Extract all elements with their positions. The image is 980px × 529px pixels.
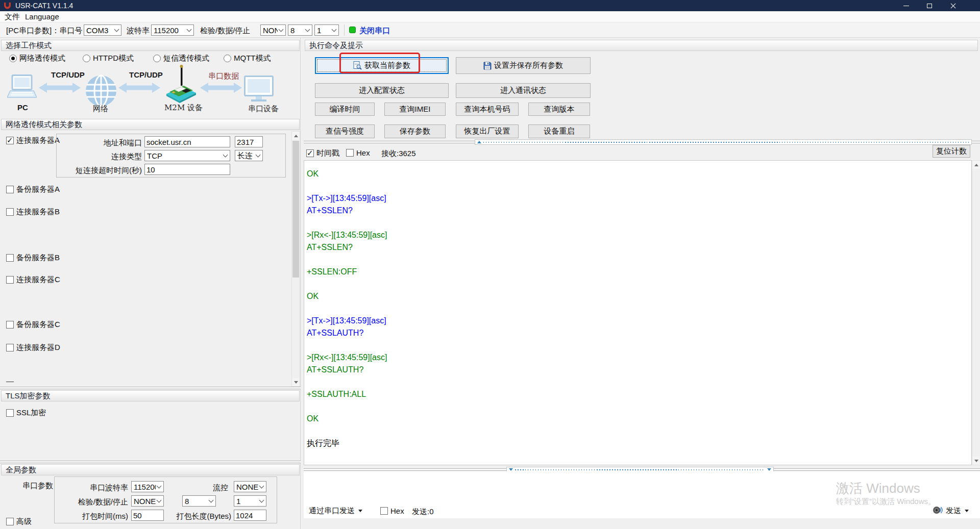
checkbox-backup-server-a[interactable]: 备份服务器A — [6, 185, 60, 194]
stopbits-select[interactable]: 1 — [314, 24, 339, 36]
command-button[interactable]: 设备重启 — [528, 124, 590, 138]
network-globe-icon — [85, 74, 117, 107]
checkbox-ssl[interactable]: SSL加密 — [6, 408, 46, 418]
g-parity-select[interactable]: NONE — [131, 495, 164, 507]
menu-language[interactable]: Language — [25, 12, 59, 21]
command-button[interactable]: 查询版本 — [528, 103, 590, 116]
server-port-input[interactable] — [235, 136, 263, 147]
checkbox-send-hex[interactable]: Hex — [380, 507, 404, 515]
left-splitter-1[interactable] — [0, 387, 301, 389]
command-button[interactable]: 查询IMEI — [384, 103, 446, 116]
pc-laptop-icon — [7, 74, 37, 103]
checkbox-advanced[interactable]: 高级 — [6, 517, 32, 526]
g-baud-select[interactable]: 115200 — [131, 481, 164, 492]
collapse-down-icon[interactable] — [509, 468, 513, 471]
command-button[interactable]: 恢复出厂设置 — [456, 124, 519, 138]
send-via-serial-dropdown[interactable]: 通过串口发送 — [309, 506, 362, 516]
checkbox-icon — [6, 321, 14, 329]
log-line — [307, 425, 969, 437]
floppy-save-icon — [483, 62, 492, 70]
enter-comm-button[interactable]: 进入通讯状态 — [456, 83, 591, 98]
send-button[interactable]: 发送 — [946, 506, 969, 516]
baud-select[interactable]: 115200 — [151, 24, 194, 36]
checkbox-label: 连接服务器B — [16, 207, 60, 217]
g-databits-select[interactable]: 8 — [182, 495, 216, 507]
packlen-input[interactable] — [234, 510, 266, 521]
checkbox-connect-server-d[interactable]: 连接服务器D — [6, 343, 60, 352]
enter-config-button[interactable]: 进入配置状态 — [315, 83, 449, 98]
checkbox-connect-server-a[interactable]: 连接服务器A — [6, 136, 60, 145]
scroll-down-icon[interactable] — [292, 378, 300, 386]
radio-icon — [153, 55, 161, 62]
chevron-down-icon — [209, 498, 214, 503]
checkbox-label: Hex — [390, 507, 404, 515]
log-line — [307, 303, 969, 315]
scrollbar-thumb[interactable] — [292, 141, 299, 278]
set-save-params-button[interactable]: 设置并保存所有参数 — [456, 57, 591, 74]
chevron-down-icon — [114, 27, 119, 32]
chevron-down-icon — [259, 498, 264, 503]
radio-label: MQTT模式 — [234, 54, 271, 63]
recv-count: 接收:3625 — [381, 149, 416, 159]
checkbox-timestamp[interactable]: 时间戳 — [306, 148, 339, 158]
close-button[interactable] — [941, 0, 965, 11]
checkbox-backup-server-b[interactable]: 备份服务器B — [6, 253, 60, 263]
splitter-handle[interactable] — [475, 139, 972, 145]
close-port-button[interactable]: 关闭串口 — [359, 26, 390, 36]
scroll-up-icon[interactable] — [292, 132, 300, 140]
log-line: +SSLEN:OFF — [307, 266, 969, 278]
command-button[interactable]: 编译时间 — [315, 103, 375, 116]
button-label: 进入配置状态 — [359, 86, 405, 95]
reset-counter-button[interactable]: 复位计数 — [933, 145, 970, 158]
log-area[interactable]: OK>[Tx->][13:45:59][asc]AT+SSLEN?>[Rx<-]… — [304, 160, 972, 465]
checkbox-backup-server-c[interactable]: 备份服务器C — [6, 320, 60, 330]
radio-sms-passthrough[interactable]: 短信透传模式 — [153, 54, 209, 63]
link-label-serial-data: 串口数据 — [208, 71, 239, 81]
conn-type-select[interactable]: TCP — [144, 150, 230, 161]
collapse-down-icon[interactable] — [767, 468, 771, 471]
get-params-button[interactable]: 获取当前参数 — [315, 57, 449, 74]
checkbox-recv-hex[interactable]: Hex — [346, 148, 370, 157]
g-flow-select[interactable]: NONE — [234, 481, 266, 492]
command-button[interactable]: 查信号强度 — [315, 124, 375, 138]
checkbox-connect-server-b[interactable]: 连接服务器B — [6, 207, 60, 217]
scroll-up-icon[interactable] — [972, 161, 980, 169]
maximize-button[interactable] — [918, 0, 941, 11]
checkbox-icon — [6, 409, 14, 417]
command-button[interactable]: 查询本机号码 — [456, 103, 519, 116]
radio-mqtt[interactable]: MQTT模式 — [224, 54, 271, 63]
server-address-input[interactable] — [144, 136, 230, 147]
radio-net-passthrough[interactable]: 网络透传模式 — [9, 54, 65, 63]
server-list-scrollbar[interactable] — [291, 131, 300, 387]
log-line — [307, 339, 969, 351]
log-scrollbar[interactable] — [972, 160, 980, 465]
button-label: 复位计数 — [936, 146, 967, 156]
log-line — [307, 180, 969, 192]
node-label-m2m: M2M 设备 — [164, 103, 203, 113]
short-conn-timeout-input[interactable] — [144, 164, 230, 175]
menu-file[interactable]: 文件 — [5, 12, 20, 22]
serial-toolbar: [PC串口参数]：串口号 COM3 波特率 115200 检验/数据/停止 NO… — [0, 22, 980, 38]
chevron-down-icon — [157, 498, 162, 503]
databits-select[interactable]: 8 — [288, 24, 312, 36]
packtime-input[interactable] — [131, 510, 164, 521]
dropdown-label: 通过串口发送 — [309, 506, 355, 516]
left-splitter-2[interactable] — [0, 461, 301, 463]
log-line: >[Tx->][13:45:59][asc] — [307, 192, 969, 205]
g-stopbits-select[interactable]: 1 — [234, 495, 266, 507]
g-baud-label: 串口波特率 — [57, 483, 128, 493]
link-label-tcp-udp-2: TCP/UDP — [129, 70, 163, 79]
command-button[interactable]: 保存参数 — [384, 124, 446, 138]
scroll-down-icon[interactable] — [972, 457, 980, 465]
button-label: 发送 — [946, 506, 961, 516]
g-parity-label: 检验/数据/停止 — [57, 497, 128, 507]
collapse-up-icon[interactable] — [477, 141, 481, 143]
minimize-button[interactable] — [894, 0, 918, 11]
radio-httpd[interactable]: HTTPD模式 — [83, 54, 134, 63]
com-port-select[interactable]: COM3 — [84, 24, 121, 36]
parity-select[interactable]: NONI — [260, 24, 286, 36]
checkbox-connect-server-c[interactable]: 连接服务器C — [6, 275, 60, 285]
log-line: 执行完毕 — [307, 437, 969, 449]
keepalive-select[interactable]: 长连 — [235, 150, 263, 161]
node-label-pc: PC — [17, 103, 28, 112]
